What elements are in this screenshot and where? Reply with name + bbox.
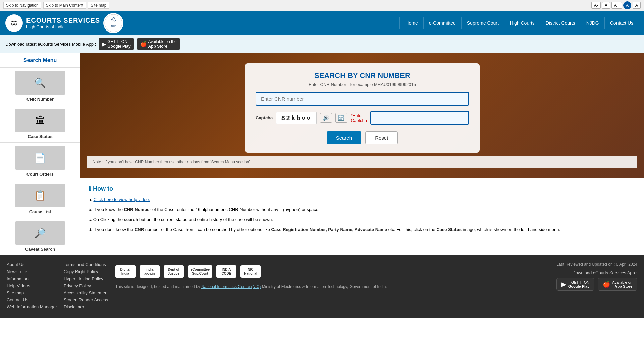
btn-row: Search Reset xyxy=(256,131,469,144)
apple-icon: 🍎 xyxy=(140,41,147,47)
site-header: ⚖ ECOURTS SERVICES High Courts of India … xyxy=(0,11,644,35)
sidebar: Search Menu 🔍 CNR Number 🏛 Case Status 📄… xyxy=(0,53,80,255)
search-button[interactable]: Search xyxy=(327,131,362,144)
footer-screen-reader[interactable]: Screen Reader Access xyxy=(64,297,109,302)
footer-disclaimer[interactable]: Disclaimer xyxy=(64,304,109,309)
howto-b-prefix: b. xyxy=(89,207,92,212)
sidebar-item-cause-list[interactable]: 📋 Cause List xyxy=(0,180,80,218)
howto-icon: ℹ xyxy=(89,185,91,192)
access-bar: Skip to Navigation Skip to Main Content … xyxy=(0,0,644,11)
sidebar-cnr-label: CNR Number xyxy=(26,97,54,102)
search-menu-title: Search Menu xyxy=(0,53,80,68)
cause-icon: 📋 xyxy=(34,190,46,201)
footer-appstore-label: Available onApp Store xyxy=(612,280,632,288)
captcha-audio-btn[interactable]: 🔊 xyxy=(320,113,332,123)
font-normal-btn[interactable]: A xyxy=(602,2,610,9)
howto-video-link[interactable]: Click here to view help video. xyxy=(93,197,150,202)
footer-web-info[interactable]: Web Information Manager xyxy=(7,304,57,309)
captcha-refresh-btn[interactable]: 🔄 xyxy=(335,113,347,123)
footer-nic-text: This site is designed, hosted and mainta… xyxy=(115,284,543,289)
footer-content-row: About Us NewsLetter Information Help Vid… xyxy=(7,262,637,311)
nav-contact-us[interactable]: Contact Us xyxy=(604,17,639,29)
howto-item-b: b. If you know the CNR Number of the Cas… xyxy=(89,206,636,213)
sidebar-item-court-orders[interactable]: 📄 Court Orders xyxy=(0,143,80,180)
skip-nav-link[interactable]: Skip to Navigation xyxy=(3,2,41,9)
nav-njdg[interactable]: NJDG xyxy=(581,17,604,29)
main-content: SEARCH BY CNR NUMBER Enter CNR Number , … xyxy=(80,53,644,255)
nav-district-courts[interactable]: District Courts xyxy=(540,17,581,29)
nav-high-courts[interactable]: High Courts xyxy=(504,17,540,29)
nic-link[interactable]: National Informatics Centre (NIC) xyxy=(201,284,261,289)
footer-google-play-btn[interactable]: ▶ GET IT ONGoogle Play xyxy=(556,278,595,291)
search-subtitle: Enter CNR Number , for example MHAU01999… xyxy=(256,82,469,87)
skip-main-link[interactable]: Skip to Main Content xyxy=(43,2,86,9)
howto-section: ℹ How to a. Click here to view help vide… xyxy=(80,178,644,243)
howto-title: ℹ How to xyxy=(89,185,636,192)
sidebar-case-label: Case Status xyxy=(28,134,52,139)
howto-list: a. Click here to view help video. b. If … xyxy=(89,196,636,233)
footer-information[interactable]: Information xyxy=(7,276,57,281)
app-store-badge[interactable]: 🍎 Available on theApp Store xyxy=(137,38,180,50)
svg-text:⚖: ⚖ xyxy=(111,16,116,23)
howto-a-prefix: a. xyxy=(89,197,92,202)
footer-store-badges: ▶ GET IT ONGoogle Play 🍎 Available onApp… xyxy=(550,278,637,291)
caveat-icon: 🔎 xyxy=(34,228,46,239)
nav-home[interactable]: Home xyxy=(399,17,423,29)
nav-supreme-court[interactable]: Supreme Court xyxy=(461,17,504,29)
font-alt-btn[interactable]: A xyxy=(633,2,641,9)
ecommittee-logo: eCommitteeSup.Court xyxy=(188,265,212,278)
sidebar-cause-label: Cause List xyxy=(29,209,51,214)
captcha-input[interactable] xyxy=(370,111,469,125)
howto-d-prefix: d. xyxy=(89,227,92,232)
search-note: Note : If you don't have CNR Number then… xyxy=(87,156,637,168)
access-links: Skip to Navigation Skip to Main Content … xyxy=(3,2,109,9)
case-icon: 🏛 xyxy=(36,115,45,126)
footer-sitemap[interactable]: Site map xyxy=(7,290,57,295)
logo-text-area: ECOURTS SERVICES High Courts of India xyxy=(26,17,100,29)
site-map-link[interactable]: Site map xyxy=(88,2,109,9)
font-decrease-btn[interactable]: A- xyxy=(591,2,601,9)
india-gov-logo: india.gov.in xyxy=(140,265,160,278)
cnr-thumb: 🔍 xyxy=(15,71,65,95)
caveat-thumb: 🔎 xyxy=(15,221,65,245)
site-footer: About Us NewsLetter Information Help Vid… xyxy=(0,255,644,318)
footer-newsletter[interactable]: NewsLetter xyxy=(7,269,57,274)
captcha-enter-label: *Enter Captcha xyxy=(351,113,367,123)
sidebar-caveat-label: Caveat Search xyxy=(25,247,55,252)
nav-ecommittee[interactable]: e-Committee xyxy=(423,17,461,29)
footer-col2: Terms and Conditions Copy Right Policy H… xyxy=(64,262,109,311)
footer-dl-label: Download eCourts Services App : xyxy=(550,270,637,275)
captcha-row: Captcha 82kbvv 🔊 🔄 *Enter Captcha xyxy=(256,111,469,125)
nic-logo: NICNational xyxy=(240,265,261,278)
footer-google-icon: ▶ xyxy=(561,281,566,288)
emblem-seal: ⚖ INDIA xyxy=(103,13,123,33)
doj-logo: Dept ofJustice xyxy=(164,265,184,278)
footer-copyright[interactable]: Copy Right Policy xyxy=(64,269,109,274)
sidebar-item-caveat[interactable]: 🔎 Caveat Search xyxy=(0,218,80,255)
footer-appstore-btn[interactable]: 🍎 Available onApp Store xyxy=(598,278,637,291)
sidebar-court-label: Court Orders xyxy=(26,172,54,177)
reset-button[interactable]: Reset xyxy=(365,131,398,144)
footer-about[interactable]: About Us xyxy=(7,262,57,267)
footer-contact[interactable]: Contact Us xyxy=(7,297,57,302)
download-text: Download latest eCourts Services Mobile … xyxy=(5,42,96,47)
svg-text:INDIA: INDIA xyxy=(111,25,116,27)
footer-help-videos[interactable]: Help Videos xyxy=(7,283,57,288)
logo-area: ⚖ ECOURTS SERVICES High Courts of India … xyxy=(5,13,123,33)
footer-hyperlink[interactable]: Hyper Linking Policy xyxy=(64,276,109,281)
font-increase-btn[interactable]: A+ xyxy=(611,2,622,9)
sidebar-item-cnr[interactable]: 🔍 CNR Number xyxy=(0,68,80,105)
footer-logos-area: DigitalIndia india.gov.in Dept ofJustice… xyxy=(115,262,543,311)
footer-accessibility[interactable]: Accessibility Statement xyxy=(64,290,109,295)
font-active-btn[interactable]: A xyxy=(623,1,631,9)
cnr-input[interactable] xyxy=(256,92,469,106)
google-play-badge[interactable]: ▶ GET IT ONGoogle Play xyxy=(99,38,134,50)
google-play-icon: ▶ xyxy=(102,41,106,47)
footer-terms[interactable]: Terms and Conditions xyxy=(64,262,109,267)
sidebar-item-case-status[interactable]: 🏛 Case Status xyxy=(0,105,80,143)
google-play-label: GET IT ONGoogle Play xyxy=(107,39,130,49)
footer-apple-icon: 🍎 xyxy=(603,281,610,288)
site-subtitle: High Courts of India xyxy=(26,24,100,29)
footer-privacy[interactable]: Privacy Policy xyxy=(64,283,109,288)
howto-c-prefix: c. xyxy=(89,217,92,222)
